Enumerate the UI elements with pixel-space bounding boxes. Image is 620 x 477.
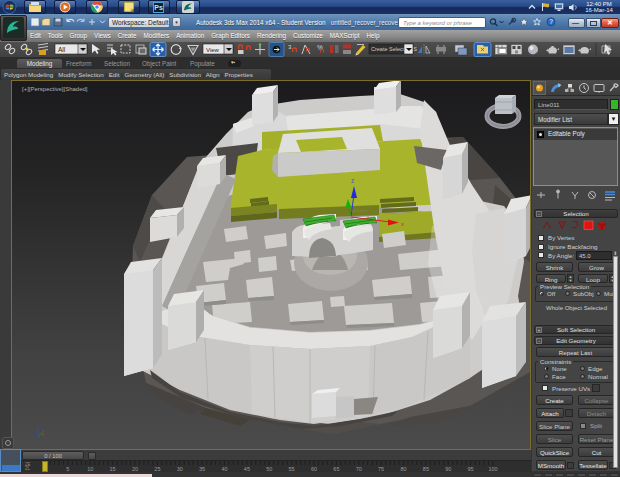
svg-text:3: 3	[288, 44, 292, 50]
svg-text:z: z	[351, 177, 354, 184]
svg-text:60: 60	[311, 466, 317, 472]
svg-text:90: 90	[445, 466, 451, 472]
svg-text:30: 30	[177, 466, 183, 472]
svg-text:20: 20	[132, 466, 138, 472]
svg-text:85: 85	[423, 466, 429, 472]
svg-text:65: 65	[333, 466, 339, 472]
svg-text:10: 10	[87, 466, 93, 472]
svg-text:x: x	[401, 221, 404, 227]
svg-text:55: 55	[289, 466, 295, 472]
svg-text:35: 35	[199, 466, 205, 472]
svg-text:5: 5	[66, 466, 69, 472]
svg-text:75: 75	[378, 466, 384, 472]
svg-text:View: View	[206, 47, 220, 53]
svg-text:45: 45	[244, 466, 250, 472]
svg-text:[+][Perspective][Shaded]: [+][Perspective][Shaded]	[22, 86, 88, 92]
svg-text:15: 15	[110, 466, 116, 472]
svg-text:?: ?	[549, 18, 553, 25]
svg-text:40: 40	[221, 466, 227, 472]
svg-text:x: x	[41, 431, 44, 437]
svg-text:95: 95	[468, 466, 474, 472]
svg-text:All: All	[58, 46, 66, 53]
svg-text:70: 70	[356, 466, 362, 472]
svg-text:100: 100	[488, 466, 497, 472]
svg-text:50: 50	[266, 466, 272, 472]
svg-text:80: 80	[400, 466, 406, 472]
svg-text:25: 25	[154, 466, 160, 472]
